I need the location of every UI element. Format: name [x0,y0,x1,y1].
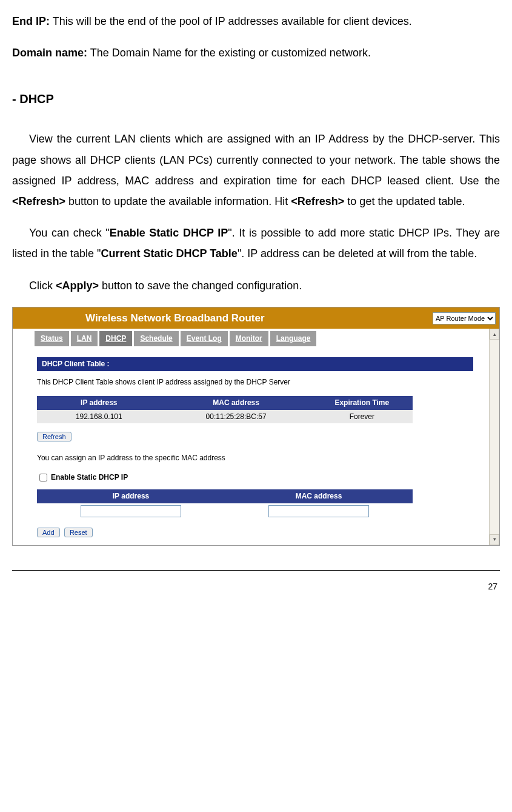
enable-static-checkbox[interactable] [39,474,47,481]
scroll-down-icon[interactable]: ▾ [490,534,499,545]
table-row [37,503,413,519]
static-dhcp-table: IP address MAC address [37,489,413,519]
static-col-ip: IP address [37,489,225,503]
section-heading-dhcp: - DHCP [12,87,500,110]
nav-row: Status LAN DHCP Schedule Event Log Monit… [13,331,489,346]
tab-status[interactable]: Status [35,331,70,346]
static-ip-input[interactable] [81,505,181,517]
router-screenshot: Wireless Network Broadband Router AP Rou… [12,307,500,546]
col-ip: IP address [37,396,161,410]
add-button[interactable]: Add [37,528,60,537]
dhcp-client-table: IP address MAC address Expiration Time 1… [37,396,413,424]
col-exp: Expiration Time [311,396,413,410]
reset-button[interactable]: Reset [64,528,93,537]
client-table-desc: This DHCP Client Table shows client IP a… [37,377,473,388]
scrollbar[interactable]: ▴ ▾ [489,329,499,545]
tab-dhcp[interactable]: DHCP [99,331,133,346]
page-number: 27 [12,576,500,601]
refresh-button[interactable]: Refresh [37,432,71,441]
para-dhcp-2: You can check "Enable Static DHCP IP". I… [12,223,500,264]
tab-schedule[interactable]: Schedule [134,331,179,346]
mode-select[interactable]: AP Router Mode [433,312,496,324]
static-mac-input[interactable] [268,505,369,517]
table-row: 192.168.0.101 00:11:25:28:BC:57 Forever [37,410,413,424]
para-end-ip: End IP: This will be the end of the pool… [12,11,500,32]
page-rule [12,570,500,571]
assign-text: You can assign an IP address to the spec… [37,453,473,463]
enable-static-label: Enable Static DHCP IP [51,472,128,483]
para-domain: Domain name: The Domain Name for the exi… [12,42,500,63]
tab-eventlog[interactable]: Event Log [181,331,228,346]
para-dhcp-1: View the current LAN clients which are a… [12,129,500,212]
tab-monitor[interactable]: Monitor [230,331,269,346]
domain-text: The Domain Name for the existing or cust… [87,47,371,59]
client-table-heading: DHCP Client Table : [37,357,473,371]
end-ip-text: This will be the end of the pool of IP a… [50,15,412,27]
para-dhcp-3: Click <Apply> button to save the changed… [12,275,500,296]
col-mac: MAC address [161,396,311,410]
router-header: Wireless Network Broadband Router AP Rou… [13,307,499,329]
static-col-mac: MAC address [225,489,413,503]
tab-language[interactable]: Language [270,331,318,346]
router-main: DHCP Client Table : This DHCP Client Tab… [13,346,489,545]
end-ip-label: End IP: [12,15,50,27]
tab-lan[interactable]: LAN [71,331,99,346]
router-title: Wireless Network Broadband Router [85,311,433,326]
domain-label: Domain name: [12,47,87,59]
scroll-up-icon[interactable]: ▴ [490,329,499,340]
